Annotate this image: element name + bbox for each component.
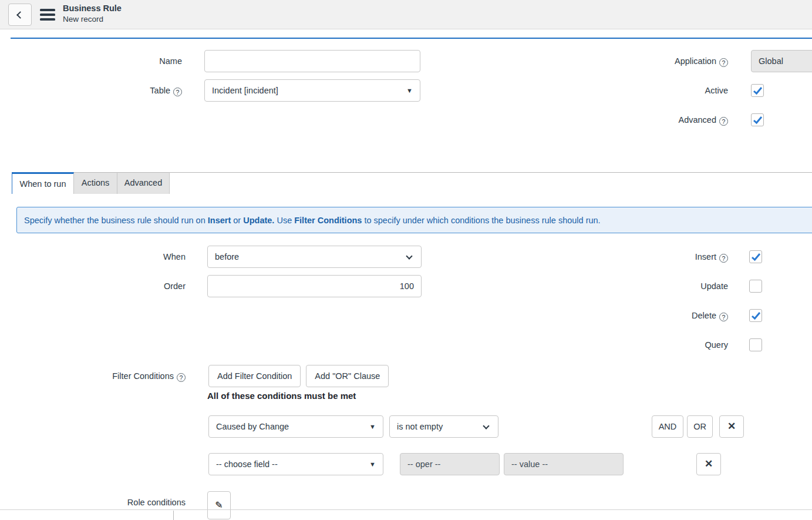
update-checkbox[interactable] xyxy=(749,280,762,293)
close-icon: ✕ xyxy=(727,421,736,432)
check-icon xyxy=(753,86,763,95)
dropdown-triangle-icon: ▼ xyxy=(406,88,413,94)
info-banner: Specify whether the business rule should… xyxy=(16,207,812,233)
or-button[interactable]: OR xyxy=(687,415,713,438)
pencil-icon: ✎ xyxy=(215,500,223,510)
choose-field-dropdown[interactable]: -- choose field -- ▼ xyxy=(208,453,383,475)
table-dropdown[interactable]: Incident [incident] ▼ xyxy=(204,79,420,102)
chevron-left-icon xyxy=(16,11,24,19)
dropdown-triangle-icon: ▼ xyxy=(369,461,376,468)
delete-checkbox[interactable] xyxy=(749,309,762,322)
check-icon xyxy=(753,116,763,125)
help-icon[interactable]: ? xyxy=(719,313,728,321)
tab-actions[interactable]: Actions xyxy=(74,172,117,194)
conditions-summary: All of these conditions must be met xyxy=(207,391,356,401)
active-label: Active xyxy=(528,79,728,102)
help-icon[interactable]: ? xyxy=(177,373,186,382)
add-or-clause-button[interactable]: Add "OR" Clause xyxy=(306,365,389,387)
insert-label: Insert? xyxy=(528,246,728,268)
divider-tick xyxy=(173,511,174,520)
check-icon xyxy=(751,253,761,261)
edit-role-conditions-button[interactable]: ✎ xyxy=(207,491,231,519)
name-label: Name xyxy=(0,50,182,72)
condition-field-dropdown[interactable]: Caused by Change ▼ xyxy=(208,415,383,438)
chevron-down-icon xyxy=(483,422,489,429)
help-icon[interactable]: ? xyxy=(719,58,728,67)
dropdown-triangle-icon: ▼ xyxy=(369,424,376,430)
add-filter-condition-button[interactable]: Add Filter Condition xyxy=(208,365,301,387)
help-icon[interactable]: ? xyxy=(719,254,728,263)
close-icon: ✕ xyxy=(705,458,713,469)
chevron-down-icon xyxy=(406,253,412,259)
role-conditions-label: Role conditions xyxy=(0,491,186,514)
page-subtitle: New record xyxy=(63,15,103,24)
section-divider xyxy=(0,509,812,510)
check-icon xyxy=(751,311,761,320)
tab-when-to-run[interactable]: When to run xyxy=(12,172,74,194)
query-label: Query xyxy=(528,334,728,356)
header-bar: Business Rule New record xyxy=(0,0,812,29)
tab-advanced[interactable]: Advanced xyxy=(117,172,170,194)
active-checkbox[interactable] xyxy=(751,84,764,97)
condition-operator-select[interactable]: is not empty xyxy=(389,415,498,438)
section-divider xyxy=(11,38,812,39)
application-field: Global xyxy=(751,50,812,72)
filter-conditions-label: Filter Conditions? xyxy=(0,365,186,387)
order-label: Order xyxy=(0,275,186,297)
advanced-checkbox[interactable] xyxy=(751,113,764,126)
name-input[interactable] xyxy=(204,50,420,72)
context-menu-icon[interactable] xyxy=(40,9,55,21)
back-button[interactable] xyxy=(8,4,32,26)
application-label: Application? xyxy=(528,50,728,72)
update-label: Update xyxy=(528,275,728,297)
value-disabled-field: -- value -- xyxy=(504,453,624,475)
operator-disabled-field: -- oper -- xyxy=(400,453,500,475)
when-label: When xyxy=(0,246,186,268)
order-input[interactable] xyxy=(207,275,422,297)
delete-label: Delete? xyxy=(528,304,728,327)
delete-condition-button[interactable]: ✕ xyxy=(719,415,744,438)
query-checkbox[interactable] xyxy=(749,338,762,351)
advanced-label: Advanced? xyxy=(528,109,728,131)
and-button[interactable]: AND xyxy=(652,415,683,438)
insert-checkbox[interactable] xyxy=(749,250,762,263)
help-icon[interactable]: ? xyxy=(173,88,182,96)
when-select[interactable]: before xyxy=(207,246,422,268)
delete-condition-button[interactable]: ✕ xyxy=(696,453,721,475)
table-label: Table? xyxy=(0,79,182,102)
help-icon[interactable]: ? xyxy=(719,117,728,126)
page-title: Business Rule xyxy=(63,4,122,13)
